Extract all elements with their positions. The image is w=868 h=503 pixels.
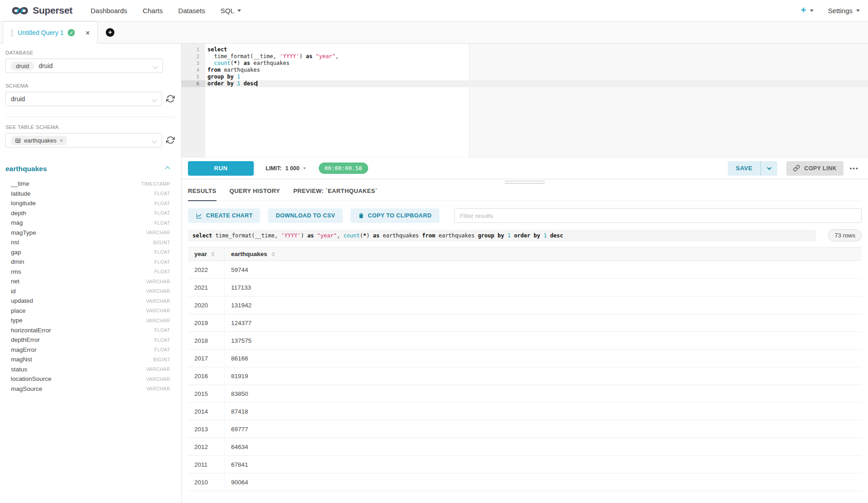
column-item: longitudeFLOAT bbox=[0, 198, 181, 208]
panel-resize-handle[interactable] bbox=[505, 180, 545, 185]
cell-year: 2014 bbox=[188, 403, 225, 420]
editor-panel: 123456 select time_format(__time, 'YYYY'… bbox=[182, 44, 868, 503]
column-type: VARCHAR bbox=[146, 230, 170, 235]
copy-clipboard-button[interactable]: COPY TO CLIPBOARD bbox=[350, 208, 439, 223]
column-name: depth bbox=[11, 210, 26, 217]
cell-earthquakes: 83850 bbox=[225, 385, 862, 402]
column-item: magFLOAT bbox=[0, 218, 181, 228]
editor-toolbar: RUN LIMIT: 1 000 00:00:00.58 SAVE bbox=[182, 157, 868, 179]
column-name: magNst bbox=[11, 356, 32, 363]
sql-editor[interactable]: 123456 select time_format(__time, 'YYYY'… bbox=[182, 44, 868, 157]
cell-earthquakes: 124377 bbox=[225, 314, 862, 331]
drag-dots-icon bbox=[10, 29, 14, 37]
table-row: 201369777 bbox=[188, 420, 862, 438]
code-line[interactable]: order by 1 desc bbox=[205, 80, 868, 87]
sort-icon[interactable] bbox=[271, 252, 275, 256]
copy-link-button[interactable]: COPY LINK bbox=[786, 161, 843, 176]
row-count-badge: 73 rows bbox=[828, 229, 862, 242]
settings-menu[interactable]: Settings bbox=[828, 7, 860, 15]
column-item: updatedVARCHAR bbox=[0, 296, 181, 306]
column-type: VARCHAR bbox=[146, 366, 170, 372]
column-name: updated bbox=[11, 297, 33, 304]
limit-dropdown[interactable]: LIMIT: 1 000 bbox=[266, 165, 306, 172]
code-line[interactable]: group by 1 bbox=[205, 74, 868, 80]
download-csv-button[interactable]: DOWNLOAD TO CSV bbox=[268, 208, 343, 223]
main-nav: Dashboards Charts Datasets SQL bbox=[90, 7, 241, 15]
table-row: 201264634 bbox=[188, 438, 862, 456]
column-type: VARCHAR bbox=[146, 279, 170, 284]
sort-icon[interactable] bbox=[211, 252, 215, 256]
remove-table-icon[interactable]: × bbox=[60, 138, 64, 143]
tab-query-history[interactable]: QUERY HISTORY bbox=[230, 187, 280, 201]
column-type: BIGINT bbox=[153, 357, 170, 362]
table-schema-header[interactable]: earthquakes bbox=[5, 165, 169, 173]
column-type: VARCHAR bbox=[146, 308, 170, 313]
filter-results-input[interactable] bbox=[454, 208, 862, 223]
tab-untitled-query-1[interactable]: Untitled Query 1 ✓ × bbox=[3, 21, 98, 44]
nav-sql[interactable]: SQL bbox=[221, 7, 241, 15]
cell-earthquakes: 137575 bbox=[225, 332, 862, 349]
nav-charts[interactable]: Charts bbox=[143, 7, 163, 15]
column-item: depthErrorFLOAT bbox=[0, 335, 181, 345]
tab-preview-earthquakes[interactable]: PREVIEW: `EARTHQUAKES` bbox=[293, 187, 378, 201]
cell-earthquakes: 64634 bbox=[225, 438, 862, 455]
column-type: TIMESTAMP bbox=[141, 181, 170, 187]
column-name: status bbox=[11, 366, 27, 373]
add-tab-button[interactable]: + bbox=[106, 28, 114, 37]
close-tab-icon[interactable]: × bbox=[85, 29, 90, 37]
refresh-schema-icon[interactable] bbox=[166, 94, 175, 104]
nav-dashboards[interactable]: Dashboards bbox=[90, 7, 127, 15]
nav-datasets[interactable]: Datasets bbox=[178, 7, 205, 15]
column-type: VARCHAR bbox=[146, 298, 170, 304]
column-type: FLOAT bbox=[154, 269, 170, 274]
code-line[interactable]: from earthquakes bbox=[205, 67, 868, 74]
column-type: VARCHAR bbox=[146, 288, 170, 294]
column-item: idVARCHAR bbox=[0, 286, 181, 296]
executed-query-row: select time_format(__time, 'YYYY') as "y… bbox=[188, 229, 862, 242]
column-type: FLOAT bbox=[154, 327, 170, 333]
column-type: FLOAT bbox=[154, 220, 170, 226]
database-label: DATABASE bbox=[5, 50, 176, 55]
code-line[interactable]: time_format(__time, 'YYYY') as "year", bbox=[205, 53, 868, 60]
tab-results[interactable]: RESULTS bbox=[188, 187, 217, 201]
run-button[interactable]: RUN bbox=[188, 161, 254, 176]
column-name: gap bbox=[11, 249, 21, 256]
column-name: magSource bbox=[11, 385, 42, 392]
link-icon bbox=[793, 165, 800, 172]
database-select[interactable]: druid druid bbox=[5, 59, 163, 73]
column-header-earthquakes[interactable]: earthquakes bbox=[225, 247, 862, 261]
column-header-year[interactable]: year bbox=[188, 247, 225, 261]
column-item: typeVARCHAR bbox=[0, 316, 181, 325]
schema-select[interactable]: druid bbox=[5, 92, 162, 106]
column-name: longitude bbox=[11, 200, 36, 207]
table-row: 201487418 bbox=[188, 403, 862, 420]
new-item-button[interactable]: + bbox=[801, 6, 814, 15]
chevron-up-icon[interactable] bbox=[165, 166, 170, 171]
table-grid-icon bbox=[15, 138, 21, 143]
line-number: 6 bbox=[182, 80, 205, 87]
results-table-header: year earthquakes bbox=[188, 247, 862, 261]
cell-year: 2021 bbox=[188, 279, 225, 296]
cell-year: 2015 bbox=[188, 385, 225, 402]
superset-logo[interactable]: Superset bbox=[11, 4, 72, 17]
more-options-button[interactable]: ••• bbox=[847, 165, 862, 172]
save-dropdown-button[interactable] bbox=[761, 161, 777, 176]
query-success-icon: ✓ bbox=[68, 29, 75, 36]
refresh-tables-icon[interactable] bbox=[166, 136, 175, 145]
code-line[interactable]: count(*) as earthquakes bbox=[205, 60, 868, 67]
column-type: FLOAT bbox=[154, 210, 170, 216]
table-name: earthquakes bbox=[5, 165, 47, 173]
clipboard-icon bbox=[358, 212, 364, 219]
text-cursor bbox=[256, 81, 257, 86]
create-chart-button[interactable]: CREATE CHART bbox=[188, 208, 260, 223]
cell-earthquakes: 90064 bbox=[225, 473, 862, 491]
table-select[interactable]: earthquakes × bbox=[5, 133, 162, 148]
code-line[interactable]: select bbox=[205, 46, 868, 53]
editor-gutter: 123456 bbox=[182, 44, 205, 157]
column-name: latitude bbox=[11, 190, 31, 197]
editor-code[interactable]: select time_format(__time, 'YYYY') as "y… bbox=[205, 44, 868, 157]
table-row: 2018137575 bbox=[188, 332, 862, 350]
save-button[interactable]: SAVE bbox=[728, 161, 761, 176]
cell-year: 2020 bbox=[188, 296, 225, 314]
column-name: mag bbox=[11, 219, 23, 226]
